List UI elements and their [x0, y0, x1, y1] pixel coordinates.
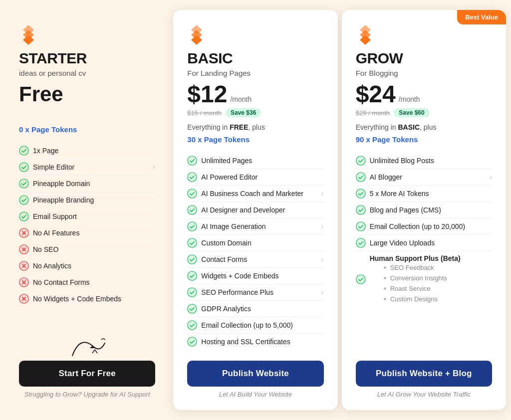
- support-label: Human Support Plus (Beta): [370, 254, 461, 262]
- feature-label: Email Collection (up to 20,000): [370, 222, 465, 230]
- save-badge: Save $60: [394, 108, 429, 117]
- feature-label: Email Support: [33, 212, 77, 220]
- chevron-right-icon[interactable]: ›: [321, 255, 323, 264]
- page-tokens-basic[interactable]: 30 x Page Tokens: [187, 135, 323, 144]
- support-sub-item: Custom Designs: [370, 294, 461, 304]
- plan-icon-basic: [187, 24, 206, 43]
- feature-left: No Widgets + Code Embeds: [19, 294, 121, 304]
- plan-price-row-grow: $24 /month: [356, 82, 492, 106]
- feature-item: SEO Performance Plus ›: [187, 284, 323, 301]
- plan-card-grow: Best Value GROWFor Blogging $24 /month $…: [342, 10, 506, 410]
- support-sub-item: SEO Feedback: [370, 262, 461, 273]
- plan-old-price: $29 / month: [356, 109, 390, 117]
- feature-left: 5 x More AI Tokens: [356, 189, 429, 199]
- feature-item: Large Video Uploads: [356, 235, 492, 251]
- features-list-grow: Unlimited Blog Posts AI Blogger › 5 x Mo…: [356, 153, 492, 353]
- svg-marker-27: [191, 35, 202, 45]
- feature-item: No Widgets + Code Embeds: [19, 291, 155, 307]
- feature-label: No Widgets + Code Embeds: [33, 295, 121, 303]
- feature-left: SEO Performance Plus: [187, 287, 273, 297]
- feature-left: Email Collection (up to 5,000): [187, 320, 293, 330]
- feature-left: AI Business Coach and Marketer: [187, 189, 303, 199]
- cta-button-starter[interactable]: Start For Free: [19, 361, 155, 387]
- feature-left: Hosting and SSL Certificates: [187, 337, 290, 347]
- plan-icon-grow: [356, 24, 375, 43]
- feature-label: No Contact Forms: [33, 278, 90, 286]
- feature-left: Unlimited Pages: [187, 156, 252, 166]
- feature-left: Custom Domain: [187, 238, 251, 248]
- support-sub-label: Custom Designs: [390, 295, 438, 303]
- feature-left: No AI Features: [19, 228, 79, 238]
- cta-button-basic[interactable]: Publish Website: [187, 361, 323, 387]
- features-list-starter: 1x Page Simple Editor › Pineapple Domain: [19, 143, 155, 313]
- bullet-icon: [384, 287, 386, 290]
- plan-price-period: /month: [399, 95, 420, 103]
- feature-left: AI Blogger: [356, 172, 402, 182]
- page-tokens-starter[interactable]: 0 x Page Tokens: [19, 125, 155, 134]
- feature-label: AI Powered Editor: [201, 173, 257, 181]
- feature-left: Pineapple Branding: [19, 195, 94, 205]
- feature-left: AI Powered Editor: [187, 172, 257, 182]
- plan-tagline-basic: For Landing Pages: [187, 69, 323, 77]
- support-sub-item: Roast Service: [370, 283, 461, 294]
- feature-left: Pineapple Domain: [19, 179, 90, 189]
- feature-item: No SEO: [19, 241, 155, 258]
- feature-label: Simple Editor: [33, 163, 74, 171]
- feature-label: AI Designer and Developer: [201, 206, 285, 214]
- feature-left: GDPR Analytics: [187, 304, 251, 314]
- feature-label: AI Business Coach and Marketer: [201, 190, 303, 198]
- plan-name-basic: BASIC: [187, 50, 323, 67]
- feature-item: AI Blogger ›: [356, 169, 492, 186]
- plan-price-row-basic: $12 /month: [187, 82, 323, 106]
- plan-includes: Everything in FREE, plus: [187, 123, 323, 131]
- plan-icon-starter: [19, 24, 38, 43]
- support-sub-label: SEO Feedback: [390, 264, 434, 271]
- feature-label: Blog and Pages (CMS): [370, 206, 441, 214]
- feature-label: 5 x More AI Tokens: [370, 190, 429, 198]
- feature-label: Custom Domain: [201, 239, 251, 247]
- bullet-icon: [384, 266, 386, 269]
- feature-left: No Contact Forms: [19, 277, 90, 287]
- feature-left: No SEO: [19, 244, 58, 254]
- plan-card-basic: BASICFor Landing Pages $12 /month $15 / …: [173, 10, 337, 410]
- illustration: [62, 326, 112, 361]
- svg-line-24: [95, 350, 97, 353]
- feature-label: Unlimited Blog Posts: [370, 157, 434, 165]
- feature-label: AI Blogger: [370, 173, 402, 181]
- feature-item-support: Human Support Plus (Beta) SEO Feedback C…: [356, 251, 492, 307]
- feature-item: Blog and Pages (CMS): [356, 202, 492, 218]
- cta-section-basic: Publish Website Let AI Build Your Websit…: [187, 361, 323, 398]
- chevron-right-icon[interactable]: ›: [321, 189, 323, 198]
- feature-label: Pineapple Branding: [33, 196, 94, 204]
- cta-section-grow: Publish Website + Blog Let AI Grow Your …: [356, 361, 492, 398]
- feature-item: 1x Page: [19, 143, 155, 159]
- feature-item: 5 x More AI Tokens: [356, 186, 492, 202]
- feature-label: 1x Page: [33, 147, 58, 155]
- feature-item: AI Business Coach and Marketer ›: [187, 186, 323, 202]
- feature-item: Hosting and SSL Certificates: [187, 334, 323, 350]
- feature-left: Contact Forms: [187, 254, 247, 264]
- feature-item: AI Image Generation ›: [187, 218, 323, 235]
- page-tokens-grow[interactable]: 90 x Page Tokens: [356, 135, 492, 144]
- chevron-right-icon[interactable]: ›: [321, 222, 323, 231]
- feature-item: Email Collection (up to 20,000): [356, 218, 492, 235]
- plan-old-price-row: $29 / month Save $60: [356, 108, 492, 117]
- feature-item: No Contact Forms: [19, 274, 155, 291]
- support-sub-label: Conversion Insights: [390, 274, 447, 282]
- feature-label: Large Video Uploads: [370, 239, 435, 247]
- feature-item: Pineapple Domain: [19, 176, 155, 192]
- feature-item: Custom Domain: [187, 235, 323, 251]
- plan-price-amount: $12: [187, 82, 227, 106]
- plan-price-amount: $24: [356, 82, 396, 106]
- cta-button-grow[interactable]: Publish Website + Blog: [356, 361, 492, 387]
- feature-left: Unlimited Blog Posts: [356, 156, 434, 166]
- chevron-right-icon[interactable]: ›: [153, 163, 155, 172]
- feature-label: Widgets + Code Embeds: [201, 272, 278, 280]
- support-sub-label: Roast Service: [390, 285, 431, 292]
- feature-left: Email Collection (up to 20,000): [356, 221, 465, 231]
- chevron-right-icon[interactable]: ›: [321, 288, 323, 297]
- feature-item: Email Collection (up to 5,000): [187, 317, 323, 334]
- chevron-right-icon[interactable]: ›: [490, 173, 492, 182]
- cta-section-starter: Start For Free Struggling to Grow? Upgra…: [19, 361, 155, 398]
- svg-marker-54: [360, 35, 371, 45]
